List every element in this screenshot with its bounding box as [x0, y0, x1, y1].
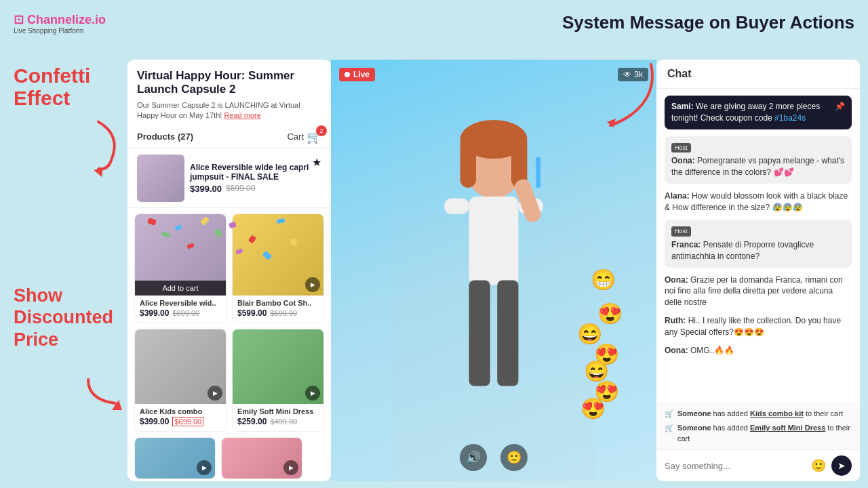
emoji-heart-eyes-3: 😍 [594, 380, 619, 403]
featured-product-name: Alice Reversible wide leg capri jumpsuit… [190, 163, 321, 182]
send-button[interactable]: ➤ [831, 455, 852, 476]
star-icon[interactable]: ★ [312, 156, 321, 169]
price-old: $699.00 [270, 309, 297, 317]
product-card: Add to cart Alice Reversible wid.. $399.… [134, 214, 226, 323]
panel-desc: Our Summer Capsule 2 is LAUNCHING at Vir… [137, 100, 321, 121]
chat-input[interactable] [665, 461, 806, 471]
emoji-button[interactable]: 🙂 [500, 444, 528, 471]
emoji-heart-eyes: 😍 [597, 302, 623, 325]
product-image: ▶ [135, 438, 215, 479]
product-image: Add to cart [135, 214, 226, 296]
product-card: ▶ Alice Kids combo $399.00 $699.00 [134, 329, 226, 432]
chat-message: Alana: How would blossom look with a bla… [665, 190, 852, 214]
chat-message-3: Ruth: Hi.. I really like the collection.… [665, 315, 852, 338]
emoji-picker-button[interactable]: 🙂 [811, 458, 826, 473]
featured-product-image [137, 155, 184, 202]
sound-button[interactable]: 🔊 [460, 444, 487, 471]
chat-input-area: 🙂 ➤ [656, 449, 860, 481]
svg-rect-7 [469, 197, 519, 285]
chat-message-2: Oona: Grazie per la domanda Franca, rima… [665, 274, 852, 308]
play-button[interactable]: ▶ [305, 386, 320, 401]
product-card: ▶ Emily Soft Mini Dress $259.00 $499.00 [232, 329, 324, 432]
featured-product-prices: $399.00 $699.00 [190, 184, 321, 194]
featured-price-new: $399.00 [190, 184, 222, 194]
system-product-link-1[interactable]: Kids combo kit [750, 409, 804, 418]
cart-system-icon-2: 🛒 [665, 423, 674, 433]
product-image: ▶ [233, 329, 323, 404]
host-label: Host [671, 143, 691, 153]
add-to-cart-button[interactable]: Add to cart [135, 281, 226, 296]
play-button[interactable]: ▶ [197, 460, 212, 475]
chat-sender: Ruth: [665, 316, 688, 325]
product-name: Alice Kids combo [140, 407, 221, 415]
svg-rect-13 [497, 281, 518, 386]
product-prices: $599.00 $699.00 [237, 308, 319, 318]
label-confetti: ConfettiEffect [14, 64, 90, 109]
system-product-link-2[interactable]: Emily soft Mini Dress [750, 424, 825, 432]
product-image: ▶ [233, 214, 323, 296]
product-row-extra: ▶ ▶ [127, 437, 331, 481]
arrow-confetti-icon [60, 109, 137, 188]
someone-label: Someone [677, 409, 711, 418]
chat-text: Pomegranate vs papya melange - what's th… [671, 156, 844, 177]
logo: ⊡ Channelize.io Live Shopping Platform [14, 12, 106, 35]
label-discounted: ShowDiscountedPrice [14, 285, 113, 350]
price-new: $599.00 [237, 308, 267, 318]
chat-sender: Oona: [665, 346, 690, 355]
panel-subheader: Products (27) Cart 🛒 2 [127, 125, 331, 149]
play-button[interactable]: ▶ [305, 277, 320, 292]
chat-panel: Chat 📌 Sami: We are giving away 2 more p… [656, 60, 860, 481]
price-old: $499.00 [270, 418, 297, 426]
video-controls: 🔊 🙂 [460, 444, 528, 471]
product-name: Blair Bambo Cot Sh.. [237, 299, 319, 307]
cart-button[interactable]: Cart 🛒 2 [287, 129, 321, 144]
price-new: $399.00 [140, 308, 169, 318]
product-card: ▶ [134, 437, 216, 479]
panel-header: Virtual Happy Hour: Summer Launch Capsul… [127, 60, 331, 125]
product-prices: $259.00 $499.00 [237, 417, 319, 426]
product-name: Emily Soft Mini Dress [237, 407, 319, 415]
product-card: ▶ Blair Bambo Cot Sh.. $599.00 $699.00 [232, 214, 324, 323]
someone-label-2: Someone [677, 424, 711, 432]
coupon-link[interactable]: #1ba24s [774, 113, 806, 123]
chat-sender: Oona: [665, 275, 690, 285]
woman-figure [392, 88, 595, 481]
cart-badge: 2 [316, 125, 327, 136]
product-prices: $399.00 $699.00 [140, 308, 221, 318]
chat-message-pinned: 📌 Sami: We are giving away 2 more pieces… [665, 96, 852, 129]
product-image: ▶ [222, 438, 302, 479]
chat-sender: Alana: [665, 191, 692, 201]
play-button[interactable]: ▶ [283, 460, 298, 475]
svg-marker-0 [93, 164, 106, 177]
svg-rect-8 [444, 199, 469, 214]
main-container: Virtual Happy Hour: Summer Launch Capsul… [127, 60, 860, 481]
product-info: Emily Soft Mini Dress $259.00 $499.00 [233, 404, 323, 431]
woman-svg [406, 102, 582, 468]
emoji-heart-eyes-2: 😍 [594, 342, 619, 366]
product-image: ▶ [135, 329, 226, 404]
svg-rect-12 [469, 281, 490, 386]
product-card: ▶ [221, 437, 302, 479]
price-new: $259.00 [237, 417, 267, 426]
products-count: Products (27) [137, 131, 193, 142]
featured-price-old: $699.00 [226, 184, 255, 193]
chat-sender: Franca: [671, 240, 703, 249]
host-label: Host [671, 226, 691, 237]
live-badge: Live [339, 68, 375, 81]
chat-text: How would blossom look with a black blaz… [665, 191, 848, 212]
live-dot [344, 72, 350, 77]
featured-product: Alice Reversible wide leg capri jumpsuit… [127, 149, 331, 208]
chat-header: Chat [656, 60, 860, 89]
chat-message-host-2: Host Franca: Pensate di Proporre tovagli… [665, 220, 852, 267]
product-info: Blair Bambo Cot Sh.. $599.00 $699.00 [233, 296, 323, 323]
chat-text: Grazie per la domanda Franca, rimani con… [665, 275, 843, 308]
play-button[interactable]: ▶ [208, 386, 222, 401]
chat-messages: 📌 Sami: We are giving away 2 more pieces… [656, 89, 860, 403]
page-title: System Message on Buyer Actions [562, 12, 854, 33]
svg-rect-11 [536, 157, 540, 188]
system-messages: 🛒 Someone has added Kids combo kit to th… [656, 403, 860, 449]
logo-subtitle: Live Shopping Platform [14, 27, 106, 35]
price-old: $699.00 [172, 417, 203, 426]
product-name: Alice Reversible wid.. [140, 299, 221, 307]
read-more-link[interactable]: Read more [224, 111, 260, 119]
